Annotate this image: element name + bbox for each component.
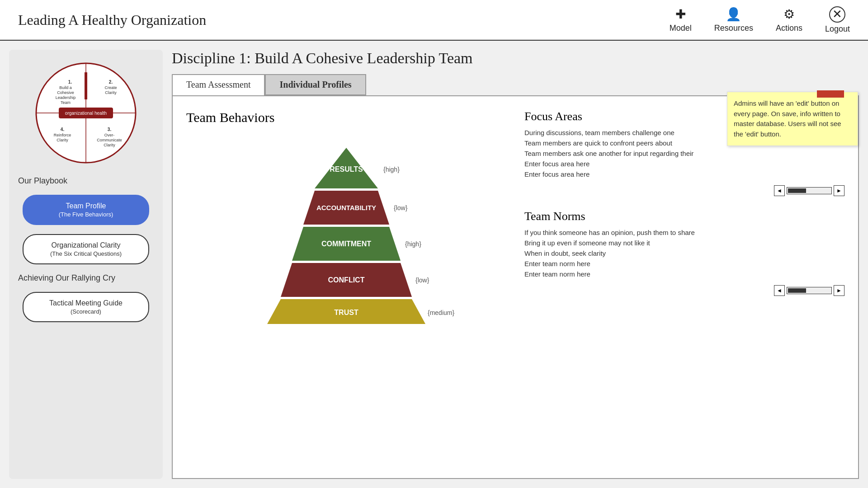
team-norms-heading: Team Norms: [524, 210, 844, 223]
focus-scroll-bar[interactable]: [787, 187, 832, 194]
content-panel: Admins will have an 'edit' button on eve…: [172, 95, 859, 479]
resources-icon: 👤: [726, 7, 741, 22]
norms-scroll-left[interactable]: ◄: [774, 285, 785, 296]
svg-text:{low}: {low}: [415, 277, 429, 284]
right-section: Focus Areas During discussions, team mem…: [524, 110, 844, 465]
svg-text:2.: 2.: [109, 80, 113, 84]
svg-text:COMMITMENT: COMMITMENT: [321, 240, 371, 248]
svg-text:Reinforce: Reinforce: [54, 133, 71, 137]
circle-diagram: organizational health 1. Build a Cohesiv…: [32, 59, 140, 167]
svg-text:3.: 3.: [108, 127, 112, 132]
svg-text:Leadership: Leadership: [56, 95, 76, 100]
team-assessment-tab[interactable]: Team Assessment: [172, 74, 265, 95]
focus-scroll: ◄ ►: [774, 185, 844, 196]
svg-text:Over-: Over-: [104, 133, 115, 137]
team-norms: Team Norms If you think someone has an o…: [524, 210, 844, 296]
pyramid-heading: Team Behaviors: [186, 110, 506, 125]
pyramid-svg: RESULTS {high} ACCOUNTABILITY {low} COMM…: [238, 134, 455, 324]
svg-text:ACCOUNTABILITY: ACCOUNTABILITY: [316, 204, 376, 211]
norms-scroll: ◄ ►: [774, 285, 844, 296]
svg-text:organizational health: organizational health: [65, 111, 107, 116]
svg-text:Cohesive: Cohesive: [57, 90, 74, 95]
content-area: Discipline 1: Build A Cohesive Leadershi…: [172, 50, 859, 479]
focus-item-4: Enter focus area here: [524, 170, 844, 178]
logout-label: Logout: [825, 24, 850, 34]
svg-text:Clarity: Clarity: [104, 143, 115, 147]
resources-nav[interactable]: 👤 Resources: [714, 7, 753, 33]
team-profile-subtitle: (The Five Behaviors): [28, 211, 144, 218]
team-profile-label: Team Profile: [66, 202, 106, 210]
page-title: Discipline 1: Build A Cohesive Leadershi…: [172, 50, 859, 67]
team-profile-btn[interactable]: Team Profile (The Five Behaviors): [23, 195, 149, 225]
app-title: Leading A Healthy Organization: [18, 12, 670, 28]
org-clarity-subtitle: (The Six Critical Questions): [28, 250, 144, 257]
svg-text:{high}: {high}: [405, 240, 421, 248]
norms-scroll-thumb: [788, 288, 806, 293]
sticky-note-text: Admins will have an 'edit' button on eve…: [734, 99, 841, 138]
norm-item-3: Enter team norm here: [524, 260, 844, 267]
sidebar: organizational health 1. Build a Cohesiv…: [9, 50, 163, 479]
svg-text:Build a: Build a: [59, 85, 72, 90]
svg-text:{medium}: {medium}: [428, 309, 454, 316]
norm-item-0: If you think someone has an opinion, pus…: [524, 229, 844, 236]
tactical-meeting-label: Tactical Meeting Guide: [49, 299, 123, 307]
tactical-meeting-subtitle: (Scorecard): [28, 308, 144, 315]
playbook-label: Our Playbook: [18, 176, 67, 186]
svg-text:1.: 1.: [68, 80, 72, 84]
sticky-note: Admins will have an 'edit' button on eve…: [727, 92, 858, 146]
svg-text:{high}: {high}: [383, 166, 400, 173]
norms-scroll-right[interactable]: ►: [834, 285, 844, 296]
svg-text:Create: Create: [104, 85, 117, 90]
svg-text:Clarity: Clarity: [57, 138, 68, 142]
norm-item-4: Enter team norm here: [524, 270, 844, 278]
svg-text:Team: Team: [61, 100, 71, 105]
tactical-meeting-btn[interactable]: Tactical Meeting Guide (Scorecard): [23, 292, 149, 322]
logout-icon: ✕: [829, 6, 845, 23]
norm-item-2: When in doubt, seek clarity: [524, 249, 844, 257]
pyramid-container: RESULTS {high} ACCOUNTABILITY {low} COMM…: [186, 134, 506, 324]
model-label: Model: [670, 23, 692, 33]
svg-text:Communicate: Communicate: [97, 138, 122, 142]
actions-nav[interactable]: ⚙ Actions: [776, 7, 802, 33]
focus-scroll-left[interactable]: ◄: [774, 185, 785, 196]
sticky-tab: [817, 90, 844, 98]
org-clarity-label: Organizational Clarity: [52, 241, 121, 249]
individual-profiles-tab[interactable]: Individual Profiles: [265, 74, 366, 95]
main-layout: organizational health 1. Build a Cohesiv…: [0, 41, 868, 488]
svg-text:{low}: {low}: [394, 204, 408, 211]
header-nav: ✚ Model 👤 Resources ⚙ Actions ✕ Logout: [670, 6, 850, 34]
svg-text:TRUST: TRUST: [334, 309, 359, 316]
svg-text:Clarity: Clarity: [105, 90, 117, 95]
actions-label: Actions: [776, 23, 802, 33]
focus-scroll-right[interactable]: ►: [834, 185, 844, 196]
logout-nav[interactable]: ✕ Logout: [825, 6, 850, 34]
focus-scroll-thumb: [788, 188, 806, 193]
svg-text:CONFLICT: CONFLICT: [328, 276, 365, 284]
actions-icon: ⚙: [783, 7, 795, 22]
resources-label: Resources: [714, 23, 753, 33]
model-icon: ✚: [675, 7, 686, 22]
norm-item-1: Bring it up even if someone may not like…: [524, 239, 844, 247]
org-clarity-btn[interactable]: Organizational Clarity (The Six Critical…: [23, 234, 149, 264]
focus-item-2: Team members ask one another for input r…: [524, 150, 844, 157]
svg-rect-20: [85, 72, 87, 99]
svg-text:4.: 4.: [61, 127, 65, 132]
model-nav[interactable]: ✚ Model: [670, 7, 692, 33]
svg-text:RESULTS: RESULTS: [330, 165, 363, 173]
pyramid-section: Team Behaviors RESULTS {high} ACCOUNTABI…: [186, 110, 506, 465]
rallying-cry-label: Achieving Our Rallying Cry: [18, 273, 115, 283]
header: Leading A Healthy Organization ✚ Model 👤…: [0, 0, 868, 41]
norms-scroll-bar[interactable]: [787, 287, 832, 294]
focus-item-3: Enter focus area here: [524, 160, 844, 168]
